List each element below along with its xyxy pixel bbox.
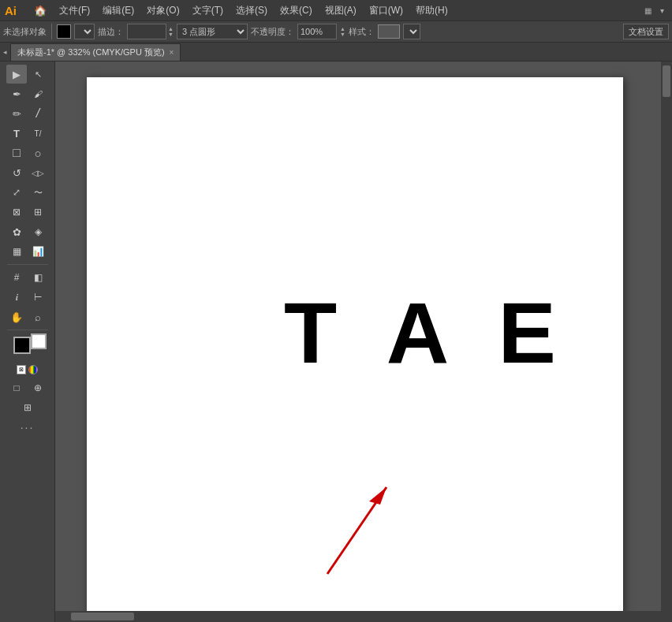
- vertical-scrollbar[interactable]: [661, 61, 672, 611]
- tool-row-2: ✒ 🖌: [6, 84, 48, 103]
- measure-tool[interactable]: ⊢: [28, 288, 48, 307]
- menu-object[interactable]: 对象(O): [141, 2, 185, 19]
- ellipse-tool[interactable]: ○: [28, 143, 48, 162]
- v-scrollbar-thumb[interactable]: [663, 65, 670, 97]
- opacity-arrows[interactable]: ▲ ▼: [340, 24, 345, 39]
- hand-tool[interactable]: ✋: [6, 307, 27, 326]
- rotate-tool[interactable]: ↺: [6, 163, 27, 182]
- menu-select[interactable]: 选择(S): [230, 2, 273, 19]
- tab-title: 未标题-1* @ 332% (CMYK/GPU 预览): [17, 47, 165, 58]
- tab-close-button[interactable]: ×: [170, 48, 174, 57]
- canvas-area[interactable]: T A E: [55, 61, 672, 622]
- opacity-label: 不透明度：: [251, 26, 294, 38]
- spinner-down[interactable]: ▼: [168, 32, 174, 37]
- style-label: 样式：: [349, 26, 375, 38]
- bar-graph-tool[interactable]: 📊: [28, 242, 48, 261]
- tool-separator-2: [7, 330, 48, 330]
- menu-view[interactable]: 视图(A): [319, 2, 362, 19]
- gradient-indicator[interactable]: [28, 365, 38, 374]
- blend-tool[interactable]: ◈: [28, 222, 48, 241]
- tool-row-4: T T/: [6, 124, 48, 143]
- line-tool[interactable]: /: [28, 104, 48, 123]
- stroke-style-select[interactable]: [74, 24, 95, 39]
- stroke-swatch[interactable]: [57, 24, 71, 39]
- opacity-input[interactable]: 100%: [297, 24, 337, 39]
- left-toolbar: ▶ ↖ ✒ 🖌 ✏ / T T/ □ ○ ↺ ◁▷ ⤢ 〜 ⊠ ⊞: [0, 61, 55, 622]
- direct-selection-tool[interactable]: ↖: [28, 65, 48, 84]
- menu-type[interactable]: 文字(T): [187, 2, 229, 19]
- spinner-up[interactable]: ▲: [168, 26, 174, 32]
- more-tools[interactable]: ···: [21, 421, 35, 434]
- none-color[interactable]: ⊠: [17, 365, 26, 374]
- warp-tool[interactable]: 〜: [28, 183, 48, 202]
- arrow-annotation: [284, 464, 426, 590]
- tae-text: T A E: [284, 282, 570, 382]
- menu-effect[interactable]: 效果(C): [274, 2, 318, 19]
- menu-help[interactable]: 帮助(H): [410, 2, 454, 19]
- free-transform-tool[interactable]: ⊠: [6, 203, 27, 222]
- tool-row-artboard: ⊞: [17, 398, 38, 417]
- touch-type-tool[interactable]: T/: [28, 124, 48, 143]
- pencil-tool[interactable]: ✏: [6, 104, 27, 123]
- type-tool[interactable]: T: [6, 124, 27, 143]
- zoom-tool[interactable]: ⌕: [28, 307, 48, 326]
- main-area: ▶ ↖ ✒ 🖌 ✏ / T T/ □ ○ ↺ ◁▷ ⤢ 〜 ⊠ ⊞: [0, 61, 672, 622]
- window-controls: ▦ ▾: [642, 5, 667, 16]
- style-select[interactable]: [403, 24, 420, 39]
- divider-1: [51, 24, 52, 39]
- opacity-down[interactable]: ▼: [340, 32, 345, 37]
- background-color[interactable]: [31, 333, 47, 349]
- stroke-width-spinner: ▲ ▼: [127, 24, 174, 39]
- h-scrollbar-thumb[interactable]: [71, 613, 134, 620]
- expand-icon[interactable]: ▾: [656, 5, 667, 16]
- reflect-tool[interactable]: ◁▷: [28, 163, 48, 182]
- ai-logo: Ai: [5, 4, 27, 17]
- mesh-tool[interactable]: #: [6, 268, 27, 287]
- tool-separator-1: [7, 264, 48, 265]
- tab-bar: ◂ 未标题-1* @ 332% (CMYK/GPU 预览) ×: [0, 43, 672, 61]
- foreground-color[interactable]: [13, 337, 31, 354]
- symbol-sprayer-tool[interactable]: ✿: [6, 222, 27, 241]
- stroke-width-arrows[interactable]: ▲ ▼: [168, 24, 174, 39]
- stroke-width-input[interactable]: [127, 24, 166, 39]
- no-selection-label: 未选择对象: [3, 26, 47, 38]
- workspace-switcher[interactable]: ▦: [642, 5, 653, 16]
- menu-file[interactable]: 文件(F): [54, 2, 95, 19]
- document-tab[interactable]: 未标题-1* @ 332% (CMYK/GPU 预览) ×: [10, 43, 181, 61]
- options-toolbar: 未选择对象 描边： ▲ ▼ 3 点圆形 不透明度： 100% ▲ ▼ 样式： 文…: [0, 20, 672, 43]
- paintbrush-tool[interactable]: 🖌: [28, 84, 48, 103]
- tool-row-6: ↺ ◁▷: [6, 163, 48, 182]
- menu-edit[interactable]: 编辑(E): [97, 2, 140, 19]
- menu-window[interactable]: 窗口(W): [364, 2, 409, 19]
- tool-row-7: ⤢ 〜: [6, 183, 48, 202]
- puppet-warp-tool[interactable]: ⊞: [28, 203, 48, 222]
- opacity-up[interactable]: ▲: [340, 26, 345, 32]
- tool-row-3: ✏ /: [6, 104, 48, 123]
- home-icon[interactable]: 🏠: [33, 3, 47, 17]
- artboard-tool-2[interactable]: ⊞: [17, 398, 38, 417]
- style-swatch[interactable]: [378, 24, 400, 39]
- column-graph-tool[interactable]: ▦: [6, 242, 27, 261]
- collapse-panel-icon[interactable]: ◂: [3, 48, 7, 56]
- tool-row-5: □ ○: [6, 143, 48, 162]
- eyedropper-tool[interactable]: 𝒊: [6, 288, 27, 307]
- draw-mode-back[interactable]: ⊕: [28, 378, 48, 397]
- pen-tool[interactable]: ✒: [6, 84, 27, 103]
- color-reset-row: ⊠: [17, 365, 38, 374]
- gradient-tool[interactable]: ◧: [28, 268, 48, 287]
- rectangle-tool[interactable]: □: [6, 143, 27, 162]
- stroke-label: 描边：: [98, 26, 124, 38]
- stroke-shape-select[interactable]: 3 点圆形: [177, 24, 248, 39]
- doc-settings-button[interactable]: 文档设置: [623, 24, 669, 39]
- menu-bar: 文件(F) 编辑(E) 对象(O) 文字(T) 选择(S) 效果(C) 视图(A…: [54, 2, 636, 19]
- tool-row-9: ✿ ◈: [6, 222, 48, 241]
- tool-row-12: 𝒊 ⊢: [6, 288, 48, 307]
- horizontal-scrollbar[interactable]: [55, 611, 661, 622]
- draw-mode-normal[interactable]: □: [6, 378, 27, 397]
- tool-row-screen: □ ⊕: [6, 378, 48, 397]
- tool-row-1: ▶ ↖: [6, 65, 48, 84]
- scrollbar-corner: [661, 611, 672, 622]
- selection-tool[interactable]: ▶: [6, 65, 27, 84]
- scale-tool[interactable]: ⤢: [6, 183, 27, 202]
- tool-row-8: ⊠ ⊞: [6, 203, 48, 222]
